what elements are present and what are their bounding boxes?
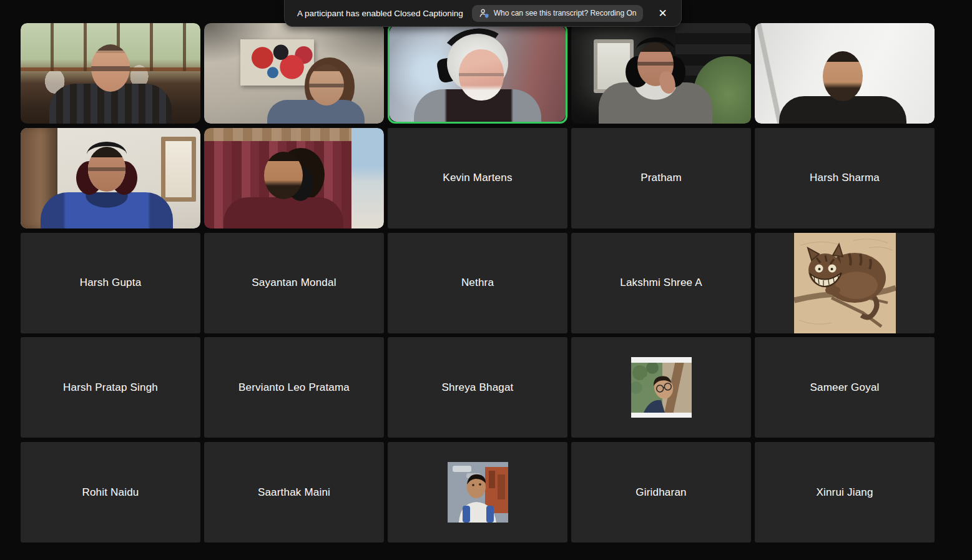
name-participant-tile[interactable]: Xinrui Jiang	[755, 442, 935, 543]
person-shield-icon	[479, 8, 489, 19]
avatar-participant-tile[interactable]	[388, 442, 567, 543]
name-participant-tile[interactable]: Rohit Naidu	[21, 442, 200, 543]
name-participant-tile[interactable]: Harsh Pratap Singh	[21, 337, 200, 438]
participant-name: Harsh Pratap Singh	[63, 381, 158, 394]
participant-name: Sayantan Mondal	[252, 277, 336, 289]
video-participant-tile[interactable]	[21, 23, 200, 124]
participant-name: Bervianto Leo Pratama	[238, 381, 350, 394]
participant-name: Giridharan	[636, 486, 686, 499]
name-participant-tile[interactable]: Saarthak Maini	[204, 442, 384, 543]
name-participant-tile[interactable]: Shreya Bhagat	[388, 337, 567, 438]
cheshire-cat-avatar	[794, 233, 896, 333]
video-feed-bright-wall-beard	[755, 23, 935, 124]
participant-name: Rohit Naidu	[82, 486, 139, 499]
participant-name: Lakshmi Shree A	[620, 277, 702, 289]
name-participant-tile[interactable]: Harsh Sharma	[755, 128, 935, 228]
participant-grid: Kevin MartensPrathamHarsh SharmaHarsh Gu…	[21, 23, 935, 543]
participant-name: Kevin Martens	[443, 172, 512, 184]
profile-photo-avatar	[631, 357, 692, 418]
name-participant-tile[interactable]: Lakshmi Shree A	[571, 233, 751, 333]
video-participant-tile[interactable]	[571, 23, 751, 124]
name-participant-tile[interactable]: Sayantan Mondal	[204, 233, 384, 333]
video-feed-cafe-man-glasses	[21, 23, 200, 124]
participant-name: Nethra	[461, 277, 494, 289]
video-participant-tile[interactable]	[204, 23, 384, 124]
name-participant-tile[interactable]: Giridharan	[571, 442, 751, 543]
transcript-info-button[interactable]: Who can see this transcript? Recording O…	[472, 5, 644, 22]
cc-banner: A participant has enabled Closed Caption…	[284, 0, 682, 27]
participant-name: Shreya Bhagat	[441, 381, 513, 394]
participant-name: Xinrui Jiang	[816, 486, 873, 499]
banner-close-button[interactable]: ✕	[653, 6, 672, 21]
participant-name: Saarthak Maini	[258, 486, 330, 499]
name-participant-tile[interactable]: Sameer Goyal	[755, 337, 935, 438]
name-participant-tile[interactable]: Harsh Gupta	[21, 233, 200, 333]
profile-photo-avatar	[448, 462, 508, 523]
name-participant-tile[interactable]: Bervianto Leo Pratama	[204, 337, 384, 438]
video-feed-woman-painting	[204, 23, 384, 124]
video-feed-blue-hoodie-headset	[21, 128, 200, 228]
name-participant-tile[interactable]: Kevin Martens	[388, 128, 567, 228]
avatar-participant-tile[interactable]	[571, 337, 751, 438]
video-participant-tile[interactable]	[388, 23, 567, 124]
video-participant-tile[interactable]	[204, 128, 384, 228]
cc-banner-message: A participant has enabled Closed Caption…	[297, 9, 463, 18]
video-feed-white-hair-headphones	[390, 25, 566, 122]
participant-name: Harsh Sharma	[810, 172, 880, 184]
participant-name: Harsh Gupta	[80, 277, 142, 289]
participant-name: Sameer Goyal	[810, 381, 879, 394]
video-participant-tile[interactable]	[755, 23, 935, 124]
name-participant-tile[interactable]: Pratham	[571, 128, 751, 228]
avatar-participant-tile[interactable]	[755, 233, 935, 333]
video-feed-dark-room-headset	[571, 23, 751, 124]
participant-name: Pratham	[641, 172, 682, 184]
meeting-window: A participant has enabled Closed Caption…	[0, 0, 972, 560]
video-feed-maroon-curtains-beard	[204, 128, 384, 228]
transcript-info-label: Who can see this transcript? Recording O…	[494, 9, 637, 17]
name-participant-tile[interactable]: Nethra	[388, 233, 567, 333]
video-participant-tile[interactable]	[21, 128, 200, 228]
